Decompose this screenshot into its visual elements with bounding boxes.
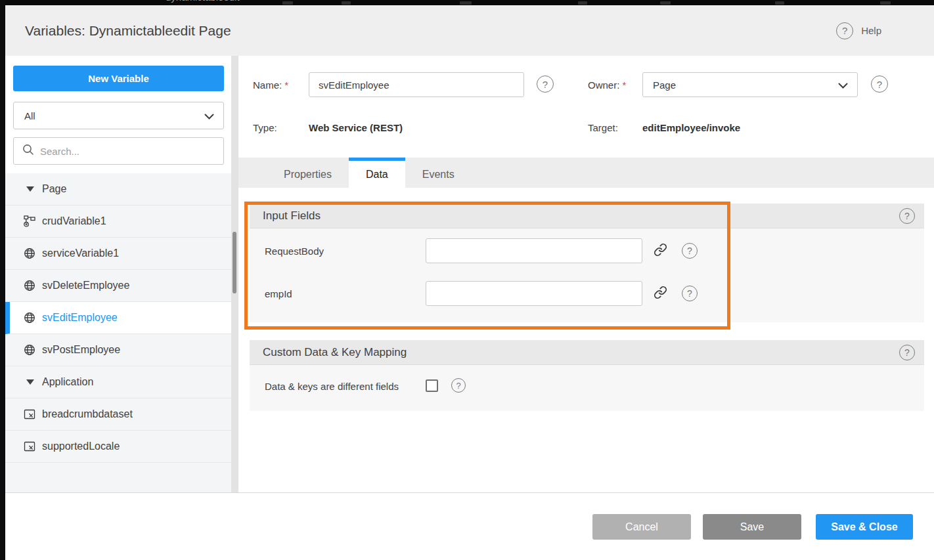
chevron-down-icon xyxy=(838,79,848,91)
sidebar-item-servicevariable1[interactable]: serviceVariable1 xyxy=(5,238,231,270)
name-label: Name: * xyxy=(253,79,288,91)
variable-label: svDeleteEmployee xyxy=(42,280,129,291)
topbar-icon-hint xyxy=(578,1,587,5)
bind-link-icon[interactable] xyxy=(653,242,667,257)
group-label: Page xyxy=(42,183,66,195)
custom-mapping-help-icon[interactable] xyxy=(899,345,915,360)
sidebar-item-crudvariable1[interactable]: crudVariable1 xyxy=(5,205,231,238)
variable-filter-select[interactable]: All xyxy=(13,102,224,129)
requestbody-label: RequestBody xyxy=(265,246,324,257)
new-variable-button[interactable]: New Variable xyxy=(13,66,224,91)
variable-label: breadcrumbdataset xyxy=(42,408,133,420)
input-fields-section-header: Input Fields xyxy=(250,204,924,228)
collapse-arrow-icon xyxy=(24,183,35,195)
variable-search xyxy=(13,137,224,165)
save-button[interactable]: Save xyxy=(703,514,801,540)
type-value: Web Service (REST) xyxy=(309,122,403,133)
tab-properties[interactable]: Properties xyxy=(267,158,349,188)
sidebar-item-breadcrumbdataset[interactable]: breadcrumbdataset xyxy=(5,398,231,431)
variable-label: supportedLocale xyxy=(42,441,120,452)
filter-selected-value: All xyxy=(24,110,204,121)
target-label: Target: xyxy=(588,122,618,133)
requestbody-input[interactable] xyxy=(426,238,642,263)
globe-icon xyxy=(24,248,35,259)
globe-icon xyxy=(24,312,35,324)
background-app-left-edge xyxy=(0,0,5,560)
empid-help-icon[interactable] xyxy=(682,286,698,301)
sidebar-group-application[interactable]: Application xyxy=(5,366,231,398)
type-label: Type: xyxy=(253,122,277,133)
help-link[interactable]: Help xyxy=(861,25,881,36)
variables-dialog: Variables: Dynamictableedit Page Help Ne… xyxy=(5,5,934,560)
cancel-button[interactable]: Cancel xyxy=(592,514,691,540)
tab-events[interactable]: Events xyxy=(405,158,472,188)
custom-mapping-section-header: Custom Data & Key Mapping xyxy=(250,340,924,365)
footer-divider xyxy=(5,492,934,493)
bind-link-icon[interactable] xyxy=(653,285,667,299)
static-variable-icon xyxy=(24,408,35,420)
sidebar-scrollbar-track[interactable] xyxy=(231,56,238,492)
background-app-text: dynamictableedit xyxy=(166,0,240,3)
search-input[interactable] xyxy=(40,146,217,157)
required-asterisk: * xyxy=(623,79,627,91)
crud-variable-icon xyxy=(24,215,35,227)
topbar-icon-hint xyxy=(342,1,351,5)
input-fields-title: Input Fields xyxy=(263,209,321,223)
owner-selected-value: Page xyxy=(653,79,838,91)
name-input[interactable] xyxy=(309,72,524,97)
topbar-icon-hint xyxy=(880,1,891,5)
different-fields-label: Data & keys are different fields xyxy=(265,381,399,392)
sidebar-scrollbar-thumb[interactable] xyxy=(233,232,236,293)
globe-icon xyxy=(24,280,35,291)
sidebar-item-sveditemployee-selected[interactable]: svEditEmployee xyxy=(5,302,231,334)
variable-label: svPostEmployee xyxy=(42,344,120,356)
variable-label: svEditEmployee xyxy=(42,312,118,324)
empid-label: empId xyxy=(265,288,292,299)
tab-bar: Properties Data Events xyxy=(238,158,934,188)
sidebar-item-svpostemployee[interactable]: svPostEmployee xyxy=(5,334,231,366)
name-help-icon[interactable] xyxy=(537,75,554,93)
help-icon[interactable] xyxy=(836,22,853,39)
owner-help-icon[interactable] xyxy=(871,75,888,93)
target-value: editEmployee/invoke xyxy=(642,122,740,133)
empid-input[interactable] xyxy=(426,281,642,306)
chevron-down-icon xyxy=(204,110,214,121)
variable-label: serviceVariable1 xyxy=(42,248,119,259)
topbar-icon-hint xyxy=(775,1,784,5)
different-fields-help-icon[interactable] xyxy=(451,378,466,393)
topbar-icon-hint xyxy=(282,1,293,5)
save-and-close-button[interactable]: Save & Close xyxy=(816,514,913,540)
collapse-arrow-icon xyxy=(24,376,35,388)
required-asterisk: * xyxy=(284,79,288,91)
sidebar-group-page[interactable]: Page xyxy=(5,173,231,205)
owner-label: Owner: * xyxy=(588,79,626,91)
background-app-topbar: dynamictableedit xyxy=(0,0,934,5)
topbar-icon-hint xyxy=(460,1,472,5)
tab-data-active[interactable]: Data xyxy=(349,158,405,188)
owner-select[interactable]: Page xyxy=(642,72,858,97)
globe-icon xyxy=(24,344,35,356)
sidebar-item-svdeleteemployee[interactable]: svDeleteEmployee xyxy=(5,270,231,302)
sidebar-item-supportedlocale[interactable]: supportedLocale xyxy=(5,431,231,463)
dialog-header: Variables: Dynamictableedit Page Help xyxy=(5,5,934,56)
input-fields-help-icon[interactable] xyxy=(899,208,915,224)
variable-list: Page crudVariable1 serviceVariable1 svDe… xyxy=(5,173,231,492)
group-label: Application xyxy=(42,376,93,388)
different-fields-checkbox[interactable] xyxy=(426,379,438,392)
requestbody-help-icon[interactable] xyxy=(682,243,698,259)
static-variable-icon xyxy=(24,441,35,452)
variable-label: crudVariable1 xyxy=(42,215,106,227)
dialog-title: Variables: Dynamictableedit Page xyxy=(25,5,231,56)
topbar-icon-hint xyxy=(660,1,671,5)
custom-mapping-title: Custom Data & Key Mapping xyxy=(263,346,407,359)
search-icon xyxy=(22,144,34,158)
